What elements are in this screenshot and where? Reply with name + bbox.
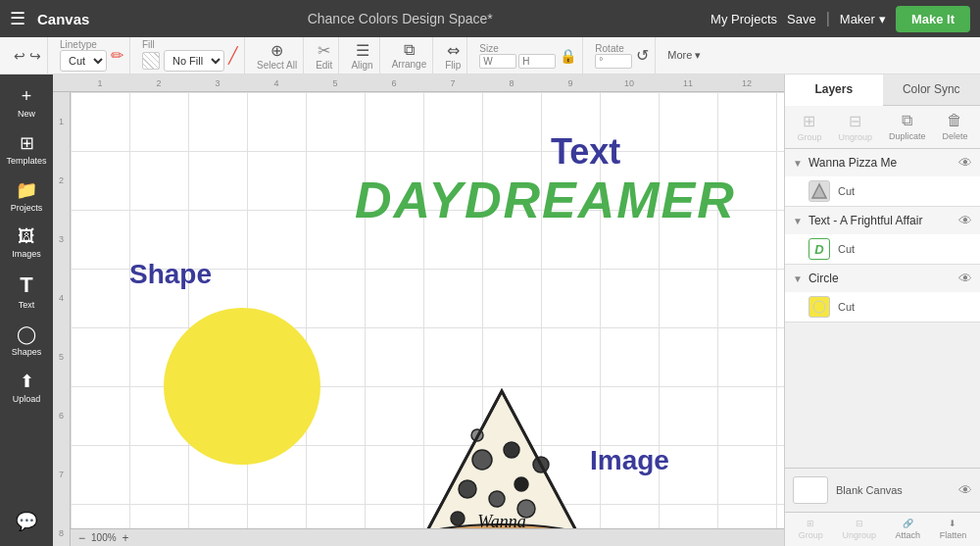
arrange-label: Arrange: [392, 59, 427, 70]
size-label: Size: [479, 43, 556, 54]
ruler-mark: 9: [541, 78, 600, 88]
sidebar-item-images[interactable]: 🖼 Images: [3, 221, 50, 265]
save-button[interactable]: Save: [787, 12, 816, 26]
flip-group: ⇔ Flip: [439, 37, 467, 74]
height-input[interactable]: [518, 54, 556, 69]
sidebar-item-text[interactable]: T Text: [3, 267, 50, 316]
align-label: Align: [351, 60, 372, 71]
select-all-icon[interactable]: ⊕: [270, 41, 283, 60]
layer-item-text[interactable]: D Cut: [785, 234, 980, 264]
sidebar-item-label-upload: Upload: [13, 394, 41, 404]
ruler-top: 1 2 3 4 5 6 7 8 9 10 11 12: [53, 74, 784, 92]
layer-swatch-text: D: [808, 238, 830, 260]
ungroup-icon: ⊟: [849, 112, 861, 130]
toolbar: ↩ ↪ Linetype Cut ✏ Fill No Fill ╱ ⊕ Sele…: [0, 37, 980, 74]
images-icon: 🖼: [18, 226, 35, 247]
lock-icon[interactable]: 🔒: [560, 48, 576, 64]
footer-ungroup-button[interactable]: ⊟ Ungroup: [842, 519, 876, 540]
svg-point-5: [514, 477, 528, 491]
eye-hidden-icon[interactable]: 👁: [958, 482, 972, 498]
select-all-group: ⊕ Select All: [251, 37, 304, 74]
shapes-icon: ◯: [17, 323, 36, 345]
arrange-icon[interactable]: ⧉: [404, 41, 415, 59]
eye-icon-pizza[interactable]: 👁: [958, 155, 972, 171]
undo-icon[interactable]: ↩: [14, 48, 25, 64]
sidebar-item-shapes[interactable]: ◯ Shapes: [3, 318, 50, 363]
canvas-area[interactable]: 1 2 3 4 5 6 7 8 9 10 11 12 1 2 3 4 5 6 7…: [53, 74, 784, 546]
layer-swatch-circle: [808, 296, 830, 318]
zoom-out-button[interactable]: −: [78, 531, 85, 545]
sidebar-item-projects[interactable]: 📁 Projects: [3, 174, 50, 219]
footer-group-button[interactable]: ⊞ Group: [799, 519, 823, 540]
width-input[interactable]: [479, 54, 516, 69]
maker-label: Maker: [840, 12, 875, 26]
maker-dropdown[interactable]: Maker ▾: [840, 12, 886, 26]
sidebar-item-chat[interactable]: 💬: [3, 505, 50, 540]
rotate-icon[interactable]: ↺: [636, 46, 649, 65]
ruler-mark: 2: [129, 78, 188, 88]
canvas-circle[interactable]: [164, 308, 320, 465]
footer-group-label: Group: [799, 530, 823, 540]
layer-item-label-pizza: Cut: [838, 185, 855, 197]
my-projects-link[interactable]: My Projects: [710, 12, 777, 26]
delete-label: Delete: [942, 131, 967, 141]
more-button[interactable]: More ▾: [667, 49, 701, 62]
make-it-button[interactable]: Make It: [896, 6, 970, 32]
rotate-input[interactable]: [595, 54, 632, 69]
canvas-daydreamer[interactable]: DAYDREAMER: [355, 171, 736, 229]
undo-redo-group: ↩ ↪: [8, 37, 48, 74]
panel-footer-actions: ⊞ Group ⊟ Ungroup 🔗 Attach ⬇ Flatten: [785, 512, 980, 546]
layer-group-header-circle[interactable]: ▼ Circle 👁: [785, 265, 980, 292]
sidebar-item-new[interactable]: + New: [3, 80, 50, 124]
sidebar-item-upload[interactable]: ⬆ Upload: [3, 365, 50, 410]
fill-swatch[interactable]: [142, 52, 160, 70]
edit-icon[interactable]: ✂: [318, 41, 330, 60]
fill-select[interactable]: No Fill: [164, 50, 224, 72]
ruler-mark-v: 1: [59, 92, 64, 151]
redo-icon[interactable]: ↪: [29, 48, 41, 64]
flip-icon[interactable]: ⇔: [447, 41, 460, 60]
align-icon[interactable]: ☰: [356, 41, 369, 60]
footer-group-icon: ⊞: [807, 519, 814, 528]
duplicate-button[interactable]: ⧉ Duplicate: [889, 112, 926, 142]
footer-attach-button[interactable]: 🔗 Attach: [896, 519, 921, 540]
linetype-select[interactable]: Cut: [60, 50, 107, 72]
ruler-mark: 12: [717, 78, 776, 88]
blank-canvas-swatch: [793, 476, 828, 504]
layers-list: ▼ Wanna Pizza Me 👁 Cut ▼ Tex: [785, 149, 980, 468]
ungroup-label: Ungroup: [838, 132, 872, 142]
ruler-mark-v: 7: [59, 445, 64, 504]
zoom-in-button[interactable]: +: [122, 531, 129, 545]
layer-group-header-text[interactable]: ▼ Text - A Frightful Affair 👁: [785, 207, 980, 234]
pizza-container[interactable]: Wanna PIZZA me?: [394, 381, 610, 546]
chevron-down-icon: ▾: [879, 12, 886, 26]
group-button[interactable]: ⊞ Group: [797, 112, 821, 142]
topbar: ☰ Canvas Chance Colors Design Space* My …: [0, 0, 980, 37]
layer-item-pizza[interactable]: Cut: [785, 176, 980, 206]
hamburger-icon[interactable]: ☰: [10, 8, 25, 29]
eye-icon-text[interactable]: 👁: [958, 213, 972, 228]
layer-item-circle[interactable]: Cut: [785, 292, 980, 322]
fill-icon: ╱: [228, 46, 238, 65]
tab-layers[interactable]: Layers: [785, 74, 883, 106]
chevron-icon-text: ▼: [793, 216, 803, 226]
svg-marker-12: [812, 184, 826, 198]
eye-icon-circle[interactable]: 👁: [958, 271, 972, 286]
group-icon: ⊞: [803, 112, 815, 130]
chat-icon: 💬: [16, 511, 37, 532]
ruler-mark-v: 6: [59, 386, 64, 445]
tab-color-sync[interactable]: Color Sync: [883, 74, 981, 105]
templates-icon: ⊞: [20, 132, 34, 154]
more-group: More ▾: [662, 37, 707, 74]
blank-canvas-label: Blank Canvas: [836, 484, 951, 496]
delete-button[interactable]: 🗑 Delete: [942, 112, 967, 142]
sidebar-item-templates[interactable]: ⊞ Templates: [3, 126, 50, 172]
svg-point-3: [504, 442, 519, 458]
footer-flatten-button[interactable]: ⬇ Flatten: [940, 519, 967, 540]
layer-group-header-pizza[interactable]: ▼ Wanna Pizza Me 👁: [785, 149, 980, 176]
sidebar-item-label-projects: Projects: [11, 203, 43, 213]
projects-icon: 📁: [16, 179, 37, 201]
edit-group: ✂ Edit: [310, 37, 339, 74]
text-icon: T: [20, 273, 32, 298]
ungroup-button[interactable]: ⊟ Ungroup: [838, 112, 872, 142]
